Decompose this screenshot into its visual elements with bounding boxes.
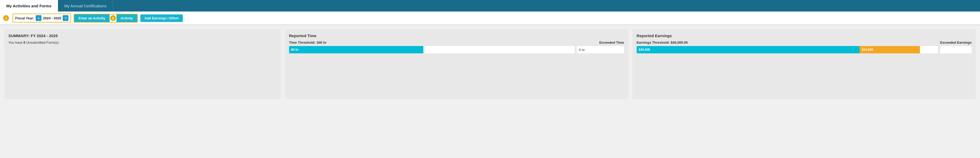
earnings-bar-wrapper: $40,000 $14,000 [636, 46, 938, 54]
tab-my-activities[interactable]: My Activities and Forms [0, 0, 58, 11]
earnings-bar-fill-yellow: $14,000 [860, 46, 920, 54]
tab-my-certifications[interactable]: My Annual Certifications [58, 0, 113, 11]
earnings-exceeded-bar-value: $14,000 [862, 48, 873, 52]
time-bar-value: 80 hr [291, 48, 299, 52]
earnings-exceeded-label: Exceeded Earnings [940, 41, 972, 44]
time-threshold-label: Time Threshold: 168 hr [289, 41, 326, 44]
summary-card: SUMMARY: FY 2024 - 2025 You have 0 Unsub… [4, 29, 281, 100]
summary-title: SUMMARY: FY 2024 - 2025 [8, 33, 277, 38]
summary-unsubmitted: You have 0 Unsubmitted Form(s): [8, 41, 277, 44]
enter-activity-button[interactable]: Enter an Activity [74, 14, 110, 22]
reported-earnings-threshold-row: Earnings Threshold: $40,000.00 Exceeded … [636, 41, 972, 44]
time-bar-wrapper: 80 hr [289, 46, 575, 54]
time-bar-container: 80 hr 0 hr [289, 46, 624, 54]
toolbar: 1 Fiscal Year: < 2024 - 2025 > Enter an … [0, 11, 980, 25]
fiscal-year-value: 2024 - 2025 [43, 16, 61, 20]
time-exceeded-value: 0 hr [577, 46, 624, 54]
activity-button[interactable]: Activity [116, 14, 137, 22]
unsubmitted-count: 0 [23, 41, 25, 44]
enter-activity-group: Enter an Activity 2 Activity [74, 14, 137, 22]
tab-my-activities-label: My Activities and Forms [6, 4, 51, 8]
time-exceeded-label: Exceeded Time [599, 41, 624, 44]
unsubmitted-prefix: You have [8, 41, 23, 44]
reported-time-card: Reported Time Time Threshold: 168 hr Exc… [285, 29, 628, 100]
fiscal-year-prev-button[interactable]: < [36, 15, 41, 21]
fiscal-year-section: Fiscal Year: < 2024 - 2025 > [13, 14, 71, 22]
reported-earnings-title: Reported Earnings [636, 33, 972, 38]
earnings-bar-value: $40,000 [639, 48, 650, 52]
earnings-bar-container: $40,000 $14,000 [636, 46, 972, 54]
time-bar-fill: 80 hr [289, 46, 423, 54]
main-content: SUMMARY: FY 2024 - 2025 You have 0 Unsub… [0, 25, 980, 104]
add-earnings-button[interactable]: Add Earnings / Effort [140, 14, 183, 22]
fiscal-year-label: Fiscal Year: [15, 16, 34, 20]
earnings-exceeded-value [940, 46, 972, 54]
unsubmitted-suffix: Unsubmitted Form(s): [25, 41, 59, 44]
reported-earnings-card: Reported Earnings Earnings Threshold: $4… [632, 29, 976, 100]
reported-time-title: Reported Time [289, 33, 624, 38]
reported-time-threshold-row: Time Threshold: 168 hr Exceeded Time [289, 41, 624, 44]
tab-bar: My Activities and Forms My Annual Certif… [0, 0, 980, 11]
fiscal-year-next-button[interactable]: > [63, 15, 68, 21]
earnings-bar-fill-cyan: $40,000 [636, 46, 860, 54]
tab-my-certifications-label: My Annual Certifications [64, 4, 107, 8]
earnings-threshold-label: Earnings Threshold: $40,000.00 [636, 41, 688, 44]
badge-2: 2 [110, 15, 116, 21]
badge-1: 1 [3, 15, 9, 21]
time-exceeded-text: 0 hr [579, 48, 585, 52]
